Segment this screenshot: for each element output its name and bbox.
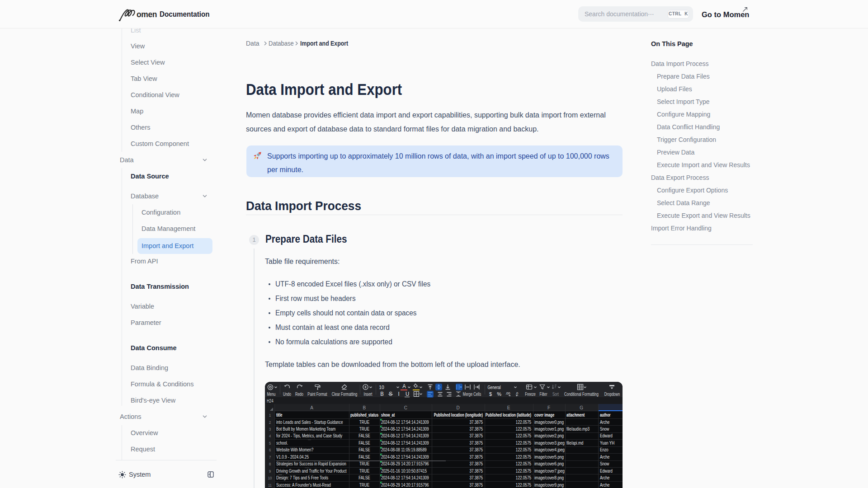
- svg-text:.0: .0: [515, 391, 518, 395]
- svg-text:.00: .00: [505, 391, 510, 395]
